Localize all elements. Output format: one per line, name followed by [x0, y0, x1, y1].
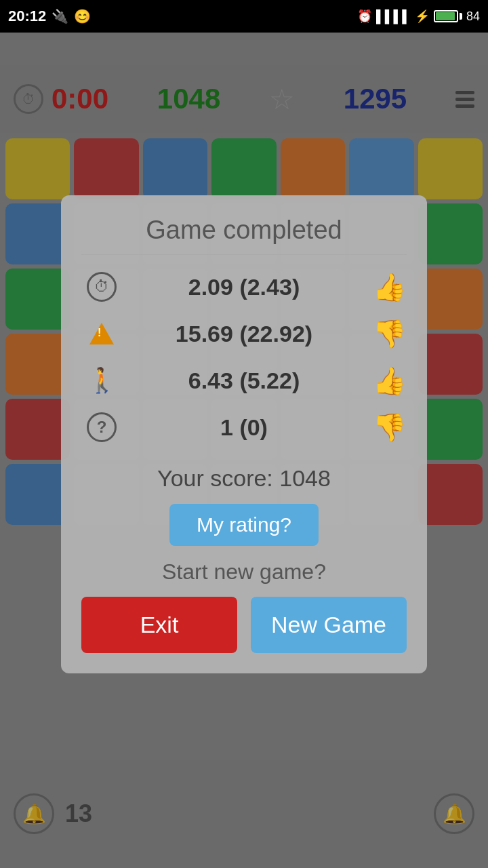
stat-warning-icon: [81, 323, 122, 344]
usb-icon: 🔌: [52, 8, 68, 24]
stat-row-walk: 🚶 6.43 (5.22) 👍: [81, 365, 407, 397]
battery-body: [434, 10, 458, 22]
stat-clock-icon: ⏱: [81, 272, 122, 302]
status-left: 20:12 🔌 😊: [8, 7, 91, 25]
action-buttons: Exit New Game: [81, 597, 407, 653]
stat-time-value: 2.09 (2.43): [122, 274, 366, 300]
stat-warning-thumb: 👎: [366, 318, 407, 350]
game-completed-modal: Game completed ⏱ 2.09 (2.43) 👍 15.69 (22…: [61, 195, 427, 673]
stat-time-thumb: 👍: [366, 271, 407, 303]
status-right: ⏰ ▌▌▌▌ ⚡ 84: [357, 9, 480, 24]
stat-warning-value: 15.69 (22.92): [122, 321, 366, 347]
battery-fill: [436, 12, 455, 20]
signal-icon: ▌▌▌▌: [376, 9, 411, 24]
stat-walk-thumb: 👍: [366, 365, 407, 397]
battery-tip: [460, 13, 462, 20]
stat-walk-value: 6.43 (5.22): [122, 368, 366, 394]
score-line: Your score: 1048: [157, 465, 331, 492]
rating-button[interactable]: My rating?: [169, 504, 319, 546]
new-game-button[interactable]: New Game: [251, 597, 407, 653]
status-bar: 20:12 🔌 😊 ⏰ ▌▌▌▌ ⚡ 84: [0, 0, 488, 33]
modal-title: Game completed: [146, 216, 342, 245]
battery-indicator: [434, 10, 462, 22]
modal-divider: [81, 254, 407, 255]
stat-question-icon: ?: [81, 412, 122, 442]
start-new-game-text: Start new game?: [162, 559, 326, 585]
stat-row-question: ? 1 (0) 👎: [81, 412, 407, 443]
modal-overlay: Game completed ⏱ 2.09 (2.43) 👍 15.69 (22…: [0, 0, 488, 868]
time-display: 20:12: [8, 7, 46, 25]
exit-button[interactable]: Exit: [81, 597, 237, 653]
stat-walk-icon: 🚶: [81, 366, 122, 395]
stat-row-warning: 15.69 (22.92) 👎: [81, 318, 407, 350]
stat-row-time: ⏱ 2.09 (2.43) 👍: [81, 271, 407, 303]
alarm-icon: ⏰: [357, 9, 372, 24]
battery-level: 84: [466, 9, 480, 24]
stat-question-value: 1 (0): [122, 414, 366, 441]
lightning-icon: ⚡: [415, 9, 430, 24]
face-icon: 😊: [74, 8, 91, 24]
stat-question-thumb: 👎: [366, 412, 407, 443]
